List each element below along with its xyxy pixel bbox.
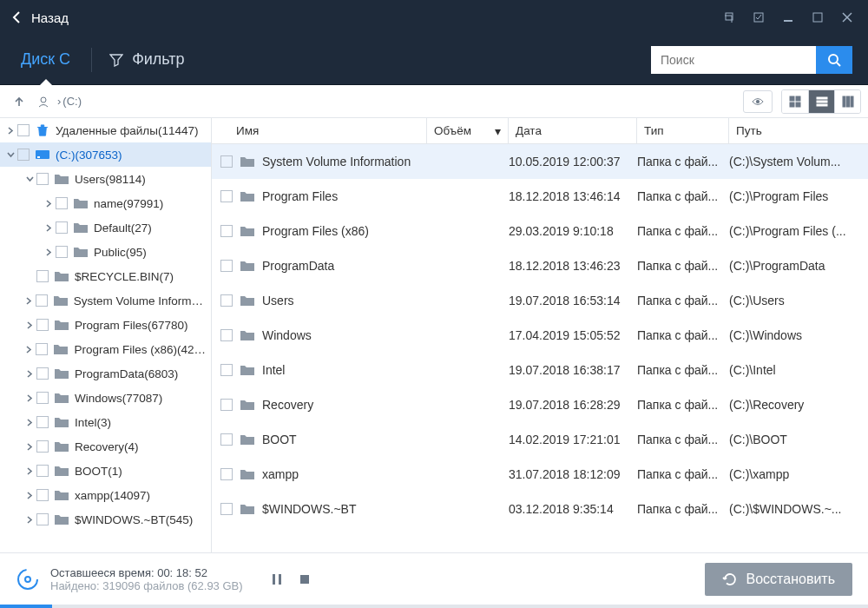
tree-checkbox[interactable] [36,465,49,477]
tree-node[interactable]: $RECYCLE.BIN(7) [0,264,211,288]
view-list-button[interactable] [808,90,834,113]
restore-button[interactable]: Восстановить [705,563,852,596]
tree-checkbox[interactable] [36,489,49,501]
tree-twisty[interactable] [3,127,17,135]
row-checkbox[interactable] [220,433,233,446]
view-preview-button[interactable] [743,90,773,113]
stop-button[interactable] [297,572,312,587]
file-row[interactable]: Program Files (x86)29.03.2019 9:10:18Пап… [212,214,868,248]
pause-button[interactable] [269,572,285,587]
tree-twisty[interactable] [23,321,36,329]
tree-checkbox[interactable] [56,246,68,258]
row-checkbox[interactable] [220,294,233,307]
tree-twisty[interactable] [23,516,36,524]
row-checkbox[interactable] [220,399,233,411]
user-menu-button[interactable] [31,89,56,114]
tree-node[interactable]: System Volume Information [0,288,211,313]
column-name[interactable]: Имя [212,118,427,143]
row-checkbox[interactable] [220,329,233,341]
row-checkbox[interactable] [220,503,233,515]
tree-checkbox[interactable] [56,221,68,234]
tree-twisty[interactable] [23,297,36,305]
tree-node[interactable]: Удаленные файлы(11447) [0,118,211,142]
column-size[interactable]: Объём▾ [427,118,509,143]
row-checkbox[interactable] [220,225,233,237]
tree-checkbox[interactable] [36,367,49,380]
row-checkbox[interactable] [220,364,233,376]
back-button[interactable]: Назад [12,10,69,25]
tree-node[interactable]: Users(98114) [0,167,211,191]
tree-twisty[interactable] [3,151,17,159]
tree-twisty[interactable] [42,200,56,208]
tree-twisty[interactable] [23,467,36,475]
file-rows[interactable]: System Volume Information10.05.2019 12:0… [212,144,868,552]
search-button[interactable] [816,46,852,74]
view-columns-button[interactable] [834,90,860,113]
nav-up-button[interactable] [7,89,31,114]
tree-twisty[interactable] [23,394,36,402]
tree-node[interactable]: Default(27) [0,215,211,240]
row-checkbox[interactable] [220,155,233,168]
tree-twisty[interactable] [23,443,36,451]
tree-twisty[interactable] [23,492,36,499]
tree-node[interactable]: xampp(14097) [0,483,211,507]
tree-node[interactable]: BOOT(1) [0,459,211,483]
tree-checkbox[interactable] [36,343,48,355]
row-checkbox[interactable] [220,468,233,480]
file-row[interactable]: $WINDOWS.~BT03.12.2018 9:35:14Папка с фа… [212,492,868,526]
file-row[interactable]: Recovery19.07.2018 16:28:29Папка с фай..… [212,387,868,422]
tree-node[interactable]: Public(95) [0,240,211,264]
tree-checkbox[interactable] [36,173,49,185]
window-minimize-button[interactable] [774,5,802,30]
file-row[interactable]: Intel19.07.2018 16:38:17Папка с фай...(C… [212,353,868,387]
tree-checkbox[interactable] [36,392,49,404]
file-row[interactable]: BOOT14.02.2019 17:21:01Папка с фай...(C:… [212,422,868,457]
file-row[interactable]: Program Files18.12.2018 13:46:14Папка с … [212,179,868,214]
view-grid-button[interactable] [782,90,808,113]
tree-checkbox[interactable] [36,294,48,307]
tree-twisty[interactable] [23,175,36,183]
tree-node[interactable]: $WINDOWS.~BT(545) [0,507,211,532]
tree-twisty[interactable] [23,419,36,426]
file-row[interactable]: xampp31.07.2018 18:12:09Папка с фай...(C… [212,457,868,492]
folder-icon [54,318,69,332]
breadcrumb-path[interactable]: (C:) [62,95,82,108]
tree-twisty[interactable] [23,370,36,378]
tree-checkbox[interactable] [36,513,49,525]
search-input[interactable] [651,46,816,74]
window-maximize-button[interactable] [804,5,832,30]
row-checkbox[interactable] [220,190,233,202]
tree-checkbox[interactable] [36,416,49,428]
filter-button[interactable]: Фильтр [92,50,201,69]
row-checkbox[interactable] [220,260,233,272]
window-close-button[interactable] [833,5,861,30]
column-path[interactable]: Путь [729,118,868,143]
tree-checkbox[interactable] [56,197,68,209]
tree-node[interactable]: (C:)(307653) [0,142,211,167]
file-row[interactable]: Users19.07.2018 16:53:14Папка с фай...(C… [212,283,868,318]
tree-node[interactable]: Program Files (x86)(4297) [0,337,211,361]
tree-checkbox[interactable] [17,149,30,161]
tree-node[interactable]: Intel(3) [0,410,211,434]
tree-twisty[interactable] [42,248,56,256]
tree-checkbox[interactable] [36,270,49,282]
column-type[interactable]: Тип [637,118,729,143]
tree-node[interactable]: Recovery(4) [0,434,211,459]
tree-twisty[interactable] [42,224,56,232]
tree-checkbox[interactable] [17,124,30,136]
file-row[interactable]: ProgramData18.12.2018 13:46:23Папка с фа… [212,248,868,283]
file-row[interactable]: Windows17.04.2019 15:05:52Папка с фай...… [212,318,868,353]
tree-twisty[interactable] [23,346,36,354]
tree-node[interactable]: Program Files(67780) [0,313,211,337]
tree-node[interactable]: Windows(77087) [0,386,211,410]
column-date[interactable]: Дата [509,118,637,143]
tree-checkbox[interactable] [36,440,49,453]
tree-checkbox[interactable] [36,319,49,331]
sidebar-tree[interactable]: Удаленные файлы(11447)(C:)(307653)Users(… [0,118,212,552]
window-swap-button[interactable] [715,5,743,30]
window-restore-button[interactable] [745,5,773,30]
tree-node[interactable]: ProgramData(6803) [0,361,211,386]
tree-node[interactable]: name(97991) [0,191,211,215]
file-row[interactable]: System Volume Information10.05.2019 12:0… [212,144,868,179]
tab-disk-c[interactable]: Диск C [0,35,91,85]
